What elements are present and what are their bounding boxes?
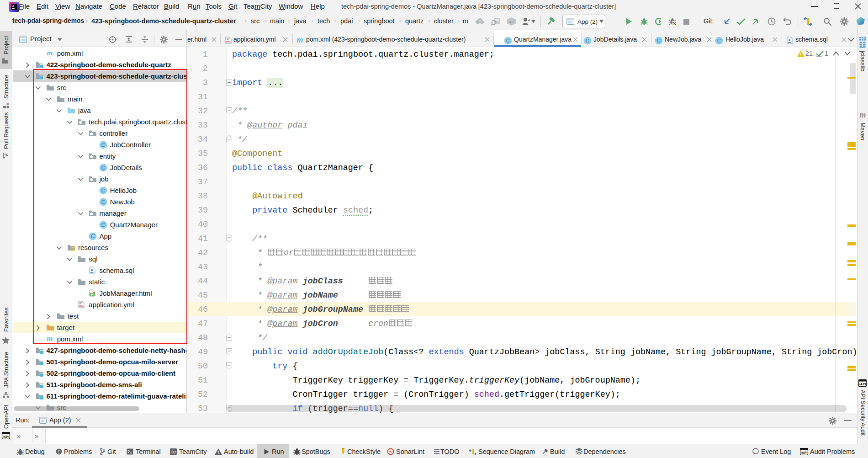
svg-text:C: C bbox=[586, 38, 589, 43]
svg-text:C: C bbox=[506, 38, 510, 43]
svg-text:C: C bbox=[657, 38, 661, 43]
svg-text:TC: TC bbox=[672, 22, 676, 25]
svg-text:YML: YML bbox=[225, 40, 231, 43]
svg-text:AC: AC bbox=[509, 20, 514, 24]
svg-text:m: m bbox=[860, 111, 866, 119]
svg-text:/API: /API bbox=[859, 382, 866, 386]
svg-text:TC: TC bbox=[171, 450, 176, 454]
svg-text:/API: /API bbox=[3, 435, 10, 439]
svg-text:m: m bbox=[47, 49, 53, 57]
svg-text:C: C bbox=[717, 38, 721, 43]
svg-text:/API: /API bbox=[801, 451, 808, 455]
svg-text:IJ: IJ bbox=[12, 5, 14, 7]
svg-text:m: m bbox=[297, 36, 303, 44]
